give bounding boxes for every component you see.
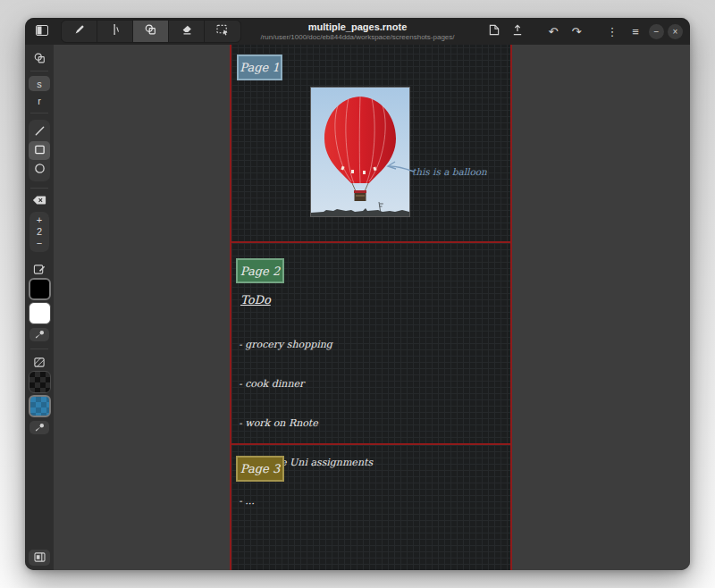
line-shape-button[interactable] (29, 122, 50, 141)
tool-group (61, 20, 241, 43)
document-path: /run/user/1000/doc/eb844dda/workspace/sc… (260, 33, 454, 41)
todo-item: - work on Rnote (239, 417, 373, 431)
rnote-window: multiple_pages.rnote /run/user/1000/doc/… (25, 18, 690, 570)
balloon-image (311, 88, 409, 216)
redo-button[interactable]: ↷ (567, 21, 586, 41)
todo-item: - ... (239, 495, 373, 508)
export-icon (512, 24, 523, 38)
shapes-icon (144, 23, 157, 39)
rectangle-icon (34, 143, 46, 159)
eraser-tool-button[interactable] (169, 21, 205, 42)
divider (30, 349, 48, 349)
todo-title: ToDo (240, 293, 271, 307)
undo-button[interactable]: ↶ (543, 21, 563, 41)
stroke-color-icon (30, 261, 48, 277)
ellipse-shape-button[interactable] (29, 160, 50, 179)
document-title-block: multiple_pages.rnote /run/user/1000/doc/… (260, 21, 454, 41)
balloon-annotation: this is a balloon (412, 166, 487, 177)
stroke-color-white-swatch[interactable] (29, 302, 51, 324)
close-icon: × (673, 27, 678, 37)
panel-toggle-button[interactable] (29, 550, 50, 566)
titlebar: multiple_pages.rnote /run/user/1000/doc/… (25, 18, 690, 45)
todo-item: - grocery shopping (239, 339, 373, 352)
kebab-menu-icon: ⋮ (607, 25, 618, 38)
stroke-width-stepper: + 2 − (29, 212, 49, 252)
circle-icon (34, 162, 46, 178)
color-picker-icon (35, 327, 45, 343)
style-rough-label: r (38, 96, 41, 106)
drawing-canvas[interactable]: Page 1 (54, 45, 690, 570)
shape-type-group (29, 120, 50, 181)
shaper-style-icon (30, 50, 48, 66)
constraints-button[interactable] (29, 193, 50, 208)
stroke-color-picker-button[interactable] (29, 328, 49, 341)
page-3-label: Page 3 (236, 456, 284, 482)
rectangle-shape-button[interactable] (29, 141, 50, 160)
fill-color-icon (30, 354, 48, 370)
color-picker-icon (35, 420, 45, 436)
panel-toggle-icon (34, 550, 46, 566)
hamburger-menu-icon: ≡ (632, 25, 639, 38)
pens-sidebar: s r + 2 − (25, 45, 54, 570)
style-smooth-label: s (37, 79, 42, 89)
undo-icon: ↶ (549, 25, 559, 38)
fill-color-transparent-swatch[interactable] (29, 371, 51, 393)
divider (30, 188, 48, 189)
line-icon (34, 124, 46, 140)
sidebar-toggle-icon (36, 25, 48, 38)
style-rough-button[interactable]: r (29, 93, 50, 108)
width-increase-button[interactable]: + (29, 214, 49, 226)
main-menu-button[interactable]: ≡ (626, 21, 645, 41)
stroke-color-black-swatch[interactable] (29, 278, 51, 300)
todo-list: - grocery shopping - cook dinner - work … (239, 313, 373, 534)
selector-tool-button[interactable] (205, 21, 240, 42)
main-area: s r + 2 − (25, 45, 690, 570)
titlebar-actions: ↶ ↷ ⋮ ≡ − × (484, 21, 683, 41)
document-title: multiple_pages.rnote (260, 21, 454, 33)
workspace-sidebar-toggle-button[interactable] (32, 21, 52, 41)
new-document-button[interactable] (484, 21, 504, 41)
export-button[interactable] (508, 21, 527, 41)
typewriter-tool-button[interactable] (97, 21, 133, 42)
minimize-button[interactable]: − (649, 24, 664, 39)
page-2-label: Page 2 (236, 258, 284, 283)
width-value[interactable]: 2 (29, 226, 49, 238)
close-button[interactable]: × (668, 24, 683, 39)
typewriter-icon (109, 23, 122, 39)
fill-color-blue-swatch[interactable] (29, 395, 51, 417)
eraser-icon (181, 23, 193, 39)
style-smooth-button[interactable]: s (29, 76, 50, 91)
shaper-tool-button[interactable] (133, 21, 169, 42)
pen-icon (73, 23, 86, 39)
page-1-label: Page 1 (237, 55, 282, 80)
backspace-icon (32, 195, 46, 207)
new-document-icon (489, 24, 500, 38)
brush-tool-button[interactable] (62, 21, 97, 42)
selector-icon (216, 23, 230, 39)
todo-item: - cook dinner (239, 378, 373, 391)
redo-icon: ↷ (572, 25, 582, 38)
divider (30, 71, 48, 71)
fill-color-picker-button[interactable] (29, 421, 49, 434)
divider (30, 113, 48, 113)
menu-button[interactable]: ⋮ (602, 21, 622, 41)
minimize-icon: − (654, 27, 660, 37)
width-decrease-button[interactable]: − (29, 238, 49, 249)
annotation-arrow (384, 159, 415, 175)
